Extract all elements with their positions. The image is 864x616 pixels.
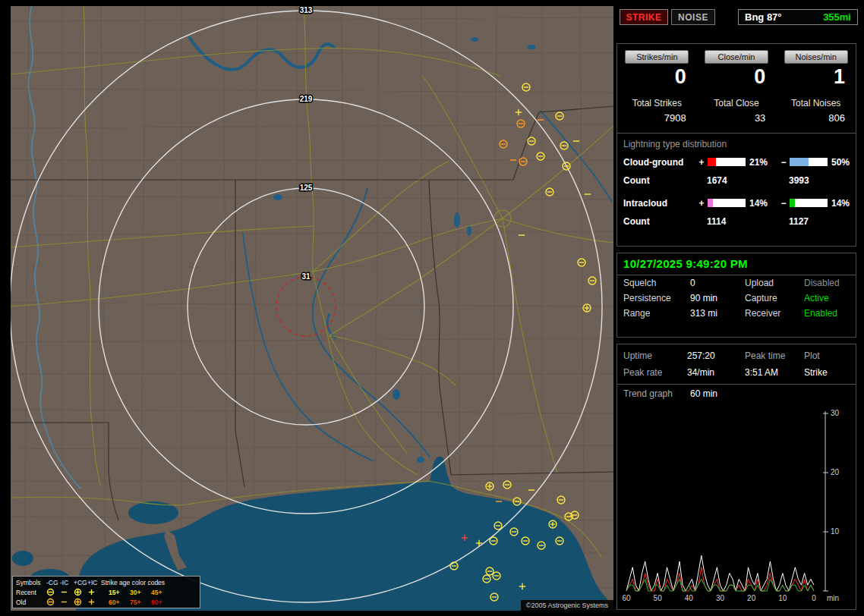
cg-pos-symbol-icon <box>74 588 82 596</box>
peak-rate-label: Peak rate <box>623 367 687 378</box>
datetime-display: 10/27/2025 9:49:20 PM <box>617 253 856 275</box>
noises-column: Noises/min 1 Total Noises 806 <box>776 50 856 124</box>
cg-neg-symbol-icon <box>46 588 55 596</box>
nexstorm-window: 31321912531 Symbols -CG -IC +CG +IC Stri… <box>0 0 864 616</box>
rate-columns: Strikes/min 0 Total Strikes 7908 Close/m… <box>617 50 856 124</box>
cloud-ground-row: Cloud-ground + 21% − 50% <box>623 156 856 168</box>
strikes-column: Strikes/min 0 Total Strikes 7908 <box>617 50 697 124</box>
noises-per-min-value: 1 <box>776 65 856 89</box>
cg-neg-symbol-icon <box>46 598 55 606</box>
ic-neg-bar <box>789 198 828 208</box>
total-strikes-value: 7908 <box>617 112 697 124</box>
persistence-value: 90 min <box>690 293 745 303</box>
strikes-per-min-button[interactable]: Strikes/min <box>625 50 689 64</box>
total-noises-value: 806 <box>776 112 856 124</box>
range-ring-label: 219 <box>300 95 313 103</box>
legend-symbols-header: Symbols <box>16 579 46 586</box>
session-panel: Uptime 257:20 Peak time Plot Peak rate 3… <box>616 344 856 610</box>
sidebar: STRIKE NOISE Bng 87° 355mi Strikes/min 0… <box>616 6 858 611</box>
intracloud-count-row: Count 1114 1127 <box>623 215 856 227</box>
age-code: 60+ <box>109 599 130 606</box>
age-code: 90+ <box>151 599 172 606</box>
intracloud-row: Intracloud + 14% − 14% <box>623 197 856 209</box>
cg-pos-percent: 21% <box>746 157 778 168</box>
count-label: Count <box>623 175 696 186</box>
cg-neg-count: 3993 <box>789 175 828 186</box>
total-strikes-label: Total Strikes <box>617 98 697 108</box>
total-close-label: Total Close <box>697 98 777 108</box>
status-row: Persistence 90 min Capture Active <box>617 291 856 306</box>
trend-x-tick: 30 <box>716 594 725 602</box>
age-code: 75+ <box>130 599 151 606</box>
capture-value: Active <box>804 293 850 303</box>
cloud-ground-count-row: Count 1674 3993 <box>623 174 856 186</box>
bearing-label: Bng 87° <box>745 11 782 23</box>
trend-y-tick: 20 <box>831 468 840 476</box>
ic-pos-bar <box>707 198 746 208</box>
bearing-distance: 355mi <box>823 11 851 23</box>
uptime-value: 257:20 <box>687 350 745 361</box>
trend-window-value: 60 min <box>690 388 850 399</box>
range-value: 313 mi <box>690 308 745 319</box>
age-code: 15+ <box>109 589 130 596</box>
uptime-label: Uptime <box>623 350 687 361</box>
stats-panel: Strikes/min 0 Total Strikes 7908 Close/m… <box>616 43 856 247</box>
plus-sign: + <box>696 157 707 168</box>
trend-x-tick: 40 <box>685 594 694 602</box>
age-code: 30+ <box>130 589 151 596</box>
status-row: Range 313 mi Receiver Enabled <box>617 306 856 321</box>
noises-per-min-button[interactable]: Noises/min <box>784 50 848 64</box>
noise-button[interactable]: NOISE <box>671 9 715 25</box>
receiver-value: Enabled <box>804 308 850 319</box>
trend-graph-label: Trend graph <box>623 388 690 399</box>
ic-pos-symbol-icon <box>87 588 96 596</box>
trend-graph: 3020106050403020100min <box>620 405 856 606</box>
trend-x-unit: min <box>827 594 839 602</box>
bearing-display: Bng 87° 355mi <box>738 9 858 25</box>
persistence-label: Persistence <box>623 293 690 303</box>
strike-legend: Symbols -CG -IC +CG +IC Strike age color… <box>12 576 200 608</box>
peak-time-label: Peak time <box>745 350 804 361</box>
cg-pos-bar <box>707 157 746 167</box>
range-ring-label: 125 <box>300 184 313 192</box>
range-ring-label: 313 <box>300 6 313 14</box>
legend-col-ic-pos: +IC <box>87 579 101 586</box>
close-per-min-button[interactable]: Close/min <box>705 50 768 64</box>
receiver-label: Receiver <box>745 308 804 319</box>
upload-value: Disabled <box>804 278 850 288</box>
capture-label: Capture <box>745 293 804 303</box>
cg-pos-count: 1674 <box>707 175 746 186</box>
legend-recent-row: Recent 15+ 30+ 45+ <box>14 587 198 597</box>
intracloud-label: Intracloud <box>623 198 696 209</box>
toolbar: STRIKE NOISE Bng 87° 355mi <box>616 9 858 26</box>
legend-col-ic-neg: -IC <box>60 579 74 586</box>
ic-pos-count: 1114 <box>707 216 746 227</box>
ic-neg-symbol-icon <box>60 598 68 606</box>
legend-header-row: Symbols -CG -IC +CG +IC Strike age color… <box>14 577 198 587</box>
range-label: Range <box>623 308 690 319</box>
map-canvas[interactable]: 31321912531 <box>11 6 613 611</box>
trend-x-tick: 60 <box>622 594 631 602</box>
session-row: Peak rate 34/min 3:51 AM Strike <box>617 364 856 381</box>
peak-time-value: 3:51 AM <box>745 367 804 378</box>
squelch-value: 0 <box>690 278 745 288</box>
ic-pos-symbol-icon <box>87 598 96 606</box>
trend-x-tick: 10 <box>778 594 787 602</box>
cg-neg-percent: 50% <box>828 157 859 168</box>
trend-x-tick: 0 <box>812 594 816 602</box>
trend-x-tick: 20 <box>747 594 756 602</box>
session-row: Uptime 257:20 Peak time Plot <box>617 347 856 364</box>
legend-old-label: Old <box>16 599 46 606</box>
close-column: Close/min 0 Total Close 33 <box>697 50 777 124</box>
ic-neg-count: 1127 <box>789 216 828 227</box>
status-row: Squelch 0 Upload Disabled <box>617 275 856 291</box>
minus-sign: − <box>778 157 789 168</box>
ic-neg-symbol-icon <box>60 588 68 596</box>
count-label: Count <box>623 216 696 227</box>
total-noises-label: Total Noises <box>776 98 856 108</box>
minus-sign: − <box>778 198 789 209</box>
distribution-title: Lightning type distribution <box>617 134 856 149</box>
legend-old-row: Old 60+ 75+ 90+ <box>14 597 198 607</box>
lightning-map[interactable]: 31321912531 Symbols -CG -IC +CG +IC Stri… <box>11 6 613 611</box>
strike-button[interactable]: STRIKE <box>620 9 668 25</box>
